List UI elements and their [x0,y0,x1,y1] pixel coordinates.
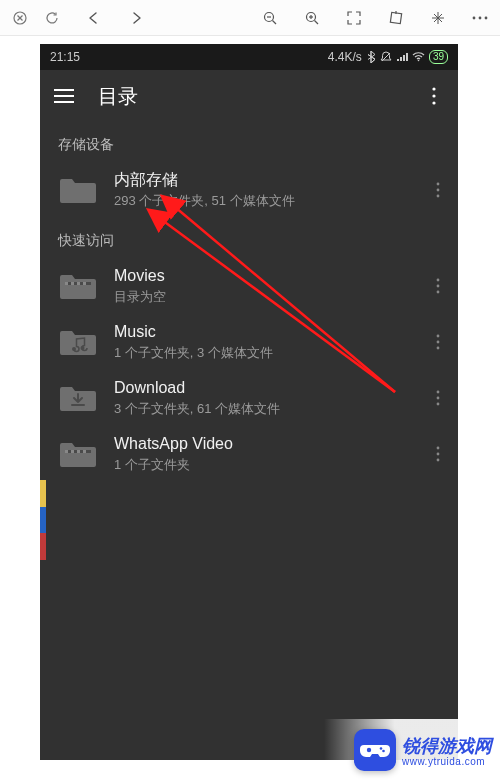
svg-point-35 [81,346,85,350]
phone-frame: 21:15 4.4K/s 39 目录 存储设备 [40,44,458,760]
svg-point-14 [485,16,488,19]
svg-line-1 [18,15,23,20]
watermark: 锐得游戏网 www.ytruida.com [324,719,500,781]
music-folder-icon [58,322,98,362]
svg-point-41 [437,403,440,406]
svg-rect-27 [65,282,68,285]
row-subtitle: 3 个子文件夹, 61 个媒体文件 [114,400,410,418]
watermark-url: www.ytruida.com [402,756,492,767]
row-overflow-icon[interactable] [426,382,450,414]
row-subtitle: 1 个子文件夹, 3 个媒体文件 [114,344,410,362]
svg-point-31 [437,279,440,282]
svg-point-39 [437,391,440,394]
svg-point-49 [437,459,440,462]
svg-point-54 [382,750,385,753]
fullscreen-icon[interactable] [340,4,368,32]
row-title: Movies [114,266,410,285]
quick-row-whatsapp-video[interactable]: WhatsApp Video 1 个子文件夹 [40,426,458,482]
svg-rect-46 [83,450,86,453]
svg-point-22 [432,101,435,104]
row-subtitle: 293 个子文件夹, 51 个媒体文件 [114,192,410,210]
svg-point-47 [437,447,440,450]
svg-point-36 [437,335,440,338]
quick-row-movies[interactable]: Movies 目录为空 [40,258,458,314]
svg-point-37 [437,341,440,344]
svg-point-0 [14,12,26,24]
movies-folder-icon [58,266,98,306]
status-net-speed: 4.4K/s [328,50,362,64]
bluetooth-icon [366,51,376,63]
svg-point-32 [437,285,440,288]
zoom-out-icon[interactable] [256,4,284,32]
svg-rect-29 [77,282,80,285]
row-subtitle: 1 个子文件夹 [114,456,410,474]
svg-line-5 [273,20,277,24]
svg-point-52 [367,748,371,752]
color-strip-decoration [40,480,46,560]
row-title: Download [114,378,410,397]
svg-point-40 [437,397,440,400]
row-overflow-icon[interactable] [426,174,450,206]
svg-rect-30 [83,282,86,285]
status-bar: 21:15 4.4K/s 39 [40,44,458,70]
svg-point-48 [437,453,440,456]
row-overflow-icon[interactable] [426,438,450,470]
svg-point-24 [437,189,440,192]
sparkle-icon[interactable] [424,4,452,32]
zoom-in-icon[interactable] [298,4,326,32]
svg-point-34 [72,347,76,351]
svg-point-12 [473,16,476,19]
svg-point-6 [307,12,316,21]
svg-line-9 [315,20,319,24]
overflow-icon[interactable] [418,80,450,112]
watermark-name: 锐得游戏网 [402,734,492,758]
app-bar: 目录 [40,70,458,122]
row-overflow-icon[interactable] [426,326,450,358]
battery-indicator: 39 [429,50,448,64]
svg-point-38 [437,347,440,350]
svg-point-33 [437,291,440,294]
svg-line-2 [18,15,23,20]
svg-point-23 [437,183,440,186]
more-icon[interactable] [466,4,494,32]
back-icon[interactable] [80,4,108,32]
row-title: WhatsApp Video [114,434,410,453]
video-folder-icon [58,434,98,474]
row-overflow-icon[interactable] [426,270,450,302]
svg-point-21 [432,94,435,97]
dnd-icon [380,51,392,63]
row-title: 内部存储 [114,170,410,189]
wifi-icon [412,52,425,62]
svg-point-25 [437,195,440,198]
svg-point-13 [479,16,482,19]
refresh-icon[interactable] [38,4,66,32]
close-icon[interactable] [6,4,34,32]
section-header-quick: 快速访问 [40,218,458,258]
section-header-storage: 存储设备 [40,122,458,162]
svg-rect-44 [71,450,74,453]
quick-row-music[interactable]: Music 1 个子文件夹, 3 个媒体文件 [40,314,458,370]
row-subtitle: 目录为空 [114,288,410,306]
watermark-logo-icon [354,729,396,771]
svg-point-53 [380,747,383,750]
svg-rect-45 [77,450,80,453]
svg-rect-28 [71,282,74,285]
menu-icon[interactable] [48,80,80,112]
svg-point-20 [432,87,435,90]
svg-point-3 [265,12,274,21]
storage-row-internal[interactable]: 内部存储 293 个子文件夹, 51 个媒体文件 [40,162,458,218]
editor-toolbar [0,0,500,36]
app-title: 目录 [98,83,138,110]
signal-icon [396,52,408,62]
folder-icon [58,170,98,210]
svg-rect-10 [390,12,401,23]
forward-icon[interactable] [122,4,150,32]
quick-row-download[interactable]: Download 3 个子文件夹, 61 个媒体文件 [40,370,458,426]
status-time: 21:15 [50,50,80,64]
svg-rect-43 [65,450,68,453]
svg-point-16 [418,60,420,62]
rotate-icon[interactable] [382,4,410,32]
row-title: Music [114,322,410,341]
download-folder-icon [58,378,98,418]
